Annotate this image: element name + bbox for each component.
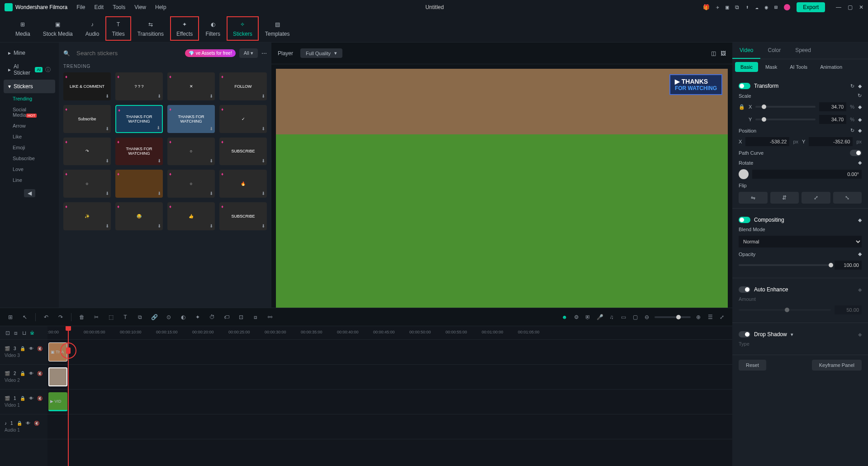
minimize-icon[interactable]: —	[836, 4, 841, 10]
undo-icon[interactable]: ↶	[42, 313, 50, 321]
cat-mine[interactable]: ▸Mine	[4, 46, 55, 60]
snapshot-icon[interactable]: 🖼	[721, 50, 726, 57]
crop-icon[interactable]: ⬚	[107, 313, 115, 321]
link-icon[interactable]: 🔗	[150, 313, 158, 321]
free-assets-badge[interactable]: 💎ve Assets for free!	[185, 49, 236, 57]
menu-file[interactable]: File	[76, 4, 85, 10]
lock-icon[interactable]: 🔒	[20, 371, 25, 376]
pos-y-input[interactable]	[809, 137, 853, 146]
menu-help[interactable]: Help	[155, 4, 166, 10]
mute-icon[interactable]: 🔇	[37, 396, 43, 401]
zoom-out-icon[interactable]: ⊖	[643, 313, 651, 321]
group-icon[interactable]: ⊡	[237, 313, 245, 321]
cat-sub-arrow[interactable]: Arrow	[4, 120, 55, 131]
track-head-audio-1[interactable]: ♪1🔒👁🔇Audio 1	[0, 414, 47, 439]
flip-diag1-button[interactable]: ⤢	[802, 192, 830, 204]
track-head-video-1[interactable]: 🎬1🔒👁🔇Video 1	[0, 390, 47, 414]
zoom-in-icon[interactable]: ⊕	[694, 313, 702, 321]
sticker-item[interactable]: ♦FOLLOW⬇	[219, 72, 267, 100]
cut-icon[interactable]: ✂	[92, 313, 100, 321]
gear-icon[interactable]: ⚙	[572, 313, 580, 321]
cat-sub-trending[interactable]: Trending	[4, 93, 55, 104]
rotate-knob[interactable]	[739, 169, 749, 179]
cat-sub-line[interactable]: Line	[4, 175, 55, 185]
keyframe-icon[interactable]: ◆	[858, 83, 862, 89]
reset-pos-icon[interactable]: ↻	[850, 128, 854, 133]
kf-icon[interactable]: ◆	[858, 117, 862, 123]
kf-icon[interactable]: ◆	[858, 128, 862, 133]
lock-icon[interactable]: 🔒	[17, 421, 22, 426]
tl-magnet-icon[interactable]: ⊔	[20, 329, 28, 337]
kf-icon[interactable]: ◆	[858, 251, 862, 257]
visibility-icon[interactable]: 👁	[29, 396, 33, 401]
mute-icon[interactable]: 🔇	[37, 346, 43, 351]
list-icon[interactable]: ☰	[706, 313, 714, 321]
autoenhance-toggle[interactable]	[739, 286, 750, 293]
mute-icon[interactable]: 🔇	[34, 421, 39, 426]
reset-icon[interactable]: ↻	[850, 83, 854, 89]
visibility-icon[interactable]: 👁	[29, 346, 33, 351]
avatar[interactable]	[784, 4, 790, 10]
sticker-item[interactable]: ♦↷⬇	[63, 138, 111, 166]
search-input[interactable]	[74, 47, 181, 59]
close-icon[interactable]: ✕	[859, 4, 863, 10]
subtab-animation[interactable]: Animation	[815, 62, 848, 72]
compositing-toggle[interactable]	[739, 217, 750, 223]
cat-sub-love[interactable]: Love	[4, 164, 55, 175]
record-icon[interactable]: ◉	[765, 4, 768, 10]
cat-ai-sticker[interactable]: ▸AI StickerAIⓘ	[4, 60, 55, 80]
flip-h-button[interactable]: ⇋	[739, 192, 768, 204]
detach-icon[interactable]: ⧈	[251, 313, 260, 321]
kf-icon[interactable]: ◆	[858, 104, 862, 110]
track-head-video-2[interactable]: 🎬2🔒👁🔇Video 2	[0, 365, 47, 390]
kf-icon[interactable]: ◆	[858, 160, 862, 166]
sticker-item[interactable]: ♦○⬇	[167, 170, 215, 198]
mute-icon[interactable]: 🔇	[37, 371, 43, 376]
copy-icon[interactable]: ⧉	[136, 313, 144, 321]
scale-x-input[interactable]	[819, 102, 846, 111]
tab-stock-media[interactable]: ▣Stock Media	[37, 16, 79, 41]
filter-all-dropdown[interactable]: All ▾	[239, 48, 258, 58]
select-icon[interactable]: ↖	[21, 313, 29, 321]
collapse-sidebar-icon[interactable]: ◀	[24, 189, 35, 197]
thanks-overlay[interactable]: ▶ THANKS FOR WATCHING	[669, 74, 722, 95]
visibility-icon[interactable]: 👁	[26, 421, 30, 426]
lock-icon[interactable]: 🔒	[20, 346, 25, 351]
more-icon[interactable]: ⋯	[261, 50, 267, 57]
screen-icon[interactable]: ⧉	[735, 4, 739, 10]
tab-titles[interactable]: TTitles	[105, 16, 131, 41]
lock-icon[interactable]: 🔒	[20, 396, 25, 401]
rotate-input[interactable]	[752, 170, 862, 179]
shield-icon[interactable]: ⛨	[584, 313, 592, 321]
opacity-slider[interactable]	[739, 264, 831, 266]
tab-transitions[interactable]: ⇆Transitions	[131, 16, 170, 41]
scale-y-input[interactable]	[819, 115, 846, 124]
zoom-slider[interactable]	[655, 316, 691, 318]
sticker-item[interactable]: ♦✓⬇	[219, 105, 267, 133]
tab-filters[interactable]: ◐Filters	[199, 16, 227, 41]
keyframe-panel-button[interactable]: Keyframe Panel	[812, 360, 862, 371]
tab-video[interactable]: Video	[732, 43, 760, 59]
tl-mode1-icon[interactable]: ⊡	[4, 329, 12, 337]
blend-mode-select[interactable]: Normal	[739, 236, 862, 247]
menu-tools[interactable]: Tools	[113, 4, 125, 10]
gift-icon[interactable]: 🎁	[703, 4, 710, 10]
sticker-item[interactable]: ♦😂⬇	[115, 202, 163, 230]
tab-stickers[interactable]: ✧Stickers	[227, 16, 259, 41]
clip-video1[interactable]: ▶ VID	[48, 392, 67, 411]
sticker-item[interactable]: ♦✕⬇	[167, 72, 215, 100]
reset-button[interactable]: Reset	[739, 360, 766, 371]
opacity-input[interactable]	[835, 261, 862, 270]
cat-sub-subscribe[interactable]: Subscribe	[4, 153, 55, 164]
export-button[interactable]: Export	[797, 2, 825, 12]
sticker-item[interactable]: ♦○⬇	[63, 170, 111, 198]
tab-templates[interactable]: ▤Templates	[259, 16, 296, 41]
clip-video2[interactable]	[48, 367, 67, 386]
cat-sub-social-media[interactable]: Social MediaHOT	[4, 104, 55, 120]
speed-icon[interactable]: ⊙	[165, 313, 173, 321]
frame-icon[interactable]: ▢	[631, 313, 639, 321]
music-icon[interactable]: ♫	[607, 313, 616, 321]
timeline-tracks[interactable]: :00:0000:00:05:0000:00:10:0000:00:15:000…	[47, 326, 732, 466]
quality-dropdown[interactable]: Full Quality▾	[300, 48, 342, 58]
tab-media[interactable]: ⊞Media	[9, 16, 37, 41]
